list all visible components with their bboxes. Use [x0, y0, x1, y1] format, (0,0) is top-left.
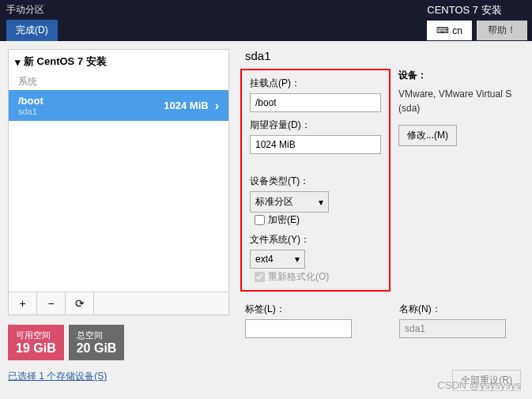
device-column: 设备： VMware, VMware Virtual S (sda) 修改...… — [398, 69, 524, 292]
total-value: 20 GiB — [77, 341, 117, 356]
filesystem-value: ext4 — [255, 254, 274, 265]
encrypt-checkbox[interactable] — [255, 215, 265, 225]
reformat-checkbox — [255, 272, 265, 282]
total-label: 总空间 — [77, 329, 117, 341]
device-info: VMware, VMware Virtual S — [398, 88, 524, 100]
capacity-input[interactable] — [250, 135, 381, 154]
device-type-select[interactable]: 标准分区 ▾ — [250, 191, 329, 213]
help-button[interactable]: 帮助！ — [477, 21, 527, 40]
add-button[interactable]: + — [9, 292, 37, 314]
right-panel: sda1 挂载点(P)： 期望容量(D)： 设备类型(T)： 标准分区 ▾ 加密… — [236, 49, 524, 383]
top-bar: 手动分区 完成(D) CENTOS 7 安装 ⌨ cn 帮助！ — [0, 0, 532, 41]
reformat-label: 重新格式化(O) — [268, 270, 329, 284]
main-content: ▾ 新 CentOS 7 安装 系统 /boot sda1 1024 MiB ›… — [0, 41, 532, 391]
partition-size: 1024 MiB — [164, 100, 208, 111]
partition-name: /boot — [18, 95, 164, 107]
chevron-right-icon: › — [215, 99, 219, 113]
partition-toolbar: + − ⟳ — [8, 292, 229, 315]
modify-button[interactable]: 修改...(M) — [398, 125, 457, 146]
name-label: 名称(N)： — [399, 303, 506, 316]
device-type-value: 标准分区 — [255, 195, 293, 209]
chevron-down-icon: ▾ — [15, 56, 21, 68]
device-header: 设备： — [398, 69, 524, 82]
remove-button[interactable]: − — [37, 292, 66, 314]
watermark: CSDN @ysysysys — [437, 379, 521, 391]
mountpoint-label: 挂载点(P)： — [250, 77, 381, 90]
device-type-label: 设备类型(T)： — [250, 175, 381, 188]
page-title: 手动分区 — [6, 3, 421, 17]
partition-title: sda1 — [240, 49, 524, 62]
chevron-down-icon: ▾ — [319, 197, 323, 208]
filesystem-select[interactable]: ext4 ▾ — [250, 250, 305, 269]
capacity-label: 期望容量(D)： — [250, 119, 381, 132]
available-value: 19 GiB — [16, 341, 56, 356]
storage-devices-link[interactable]: 已选择 1 个存储设备(S) — [8, 370, 107, 383]
available-space: 可用空间 19 GiB — [8, 325, 64, 360]
install-title: CENTOS 7 安装 — [427, 3, 504, 17]
device-info2: (sda) — [398, 103, 524, 114]
accordion-header[interactable]: ▾ 新 CentOS 7 安装 — [9, 50, 228, 73]
reload-button[interactable]: ⟳ — [66, 292, 94, 314]
filesystem-label: 文件系统(Y)： — [250, 233, 381, 247]
partition-details: 挂载点(P)： 期望容量(D)： 设备类型(T)： 标准分区 ▾ 加密(E) — [240, 69, 391, 292]
encrypt-label: 加密(E) — [268, 213, 300, 227]
bottom-fields: 标签(L)： 名称(N)： — [240, 303, 524, 338]
total-space: 总空间 20 GiB — [69, 325, 125, 360]
keyboard-icon: ⌨ — [436, 25, 449, 36]
partition-row[interactable]: /boot sda1 1024 MiB › — [9, 90, 228, 121]
space-summary: 可用空间 19 GiB 总空间 20 GiB — [8, 325, 229, 360]
install-name: 新 CentOS 7 安装 — [24, 55, 107, 69]
left-panel: ▾ 新 CentOS 7 安装 系统 /boot sda1 1024 MiB ›… — [8, 49, 229, 383]
name-input — [399, 319, 506, 338]
label-label: 标签(L)： — [245, 303, 352, 316]
partition-device: sda1 — [18, 107, 164, 116]
section-label: 系统 — [9, 73, 228, 90]
done-button[interactable]: 完成(D) — [6, 20, 58, 41]
mountpoint-input[interactable] — [250, 93, 381, 112]
partition-list: ▾ 新 CentOS 7 安装 系统 /boot sda1 1024 MiB › — [8, 49, 229, 292]
available-label: 可用空间 — [16, 329, 56, 341]
language-selector[interactable]: ⌨ cn — [427, 21, 472, 40]
language-code: cn — [452, 25, 462, 36]
chevron-down-icon: ▾ — [295, 254, 300, 265]
label-input[interactable] — [245, 319, 352, 338]
